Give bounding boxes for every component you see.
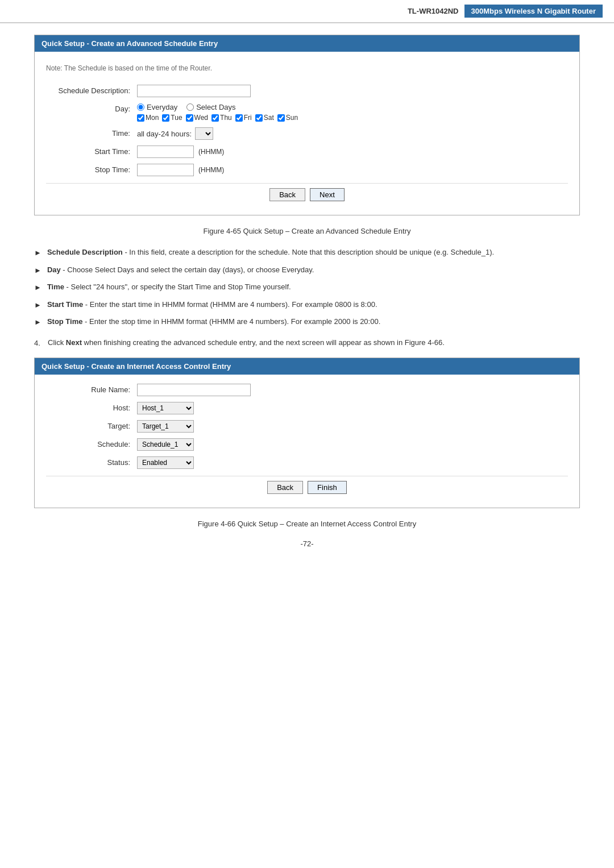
target-row: Target: Target_1 (46, 420, 568, 433)
panel1-note: Note: The Schedule is based on the time … (46, 61, 568, 76)
checkbox-mon[interactable] (137, 114, 144, 122)
schedule-description-input[interactable] (137, 85, 251, 97)
stop-time-label: Stop Time: (46, 164, 137, 174)
numbered-item-4-num: 4. (34, 338, 48, 349)
bullet-content-3: Time - Select "24 hours", or specify the… (47, 281, 580, 293)
bullet-text-4: - Enter the start time in HHMM format (H… (85, 300, 377, 309)
allday-row: all day-24 hours: ✓ (137, 127, 568, 140)
bullet-content-1: Schedule Description - In this field, cr… (47, 247, 580, 258)
numbered-text-before: Click (48, 338, 66, 347)
day-thu-label: Thu (220, 114, 232, 122)
checkbox-tue[interactable] (162, 114, 169, 122)
target-label: Target: (46, 420, 137, 430)
panel1-title: Quick Setup - Create an Advanced Schedul… (35, 35, 579, 52)
schedule-description-label: Schedule Description: (46, 85, 137, 95)
day-mon-label: Mon (146, 114, 159, 122)
start-time-input[interactable] (137, 146, 194, 158)
bullet-bold-5: Stop Time (47, 317, 83, 326)
day-sat-label: Sat (264, 114, 274, 122)
arrow-icon-2: ► (34, 265, 42, 276)
stop-hhmm-hint: (HHMM) (198, 166, 224, 174)
status-label: Status: (46, 456, 137, 467)
bullet-text-1: - In this field, create a description fo… (125, 248, 494, 256)
figure1-caption: Figure 4-65 Quick Setup – Create an Adva… (34, 227, 580, 235)
panel2-btn-row: Back Finish (46, 476, 568, 499)
panel2-finish-button[interactable]: Finish (308, 481, 347, 494)
start-time-row: Start Time: (HHMM) (46, 146, 568, 158)
bullet-text-3: - Select "24 hours", or specify the Star… (67, 283, 291, 291)
host-select[interactable]: Host_1 (137, 402, 194, 414)
target-field: Target_1 (137, 420, 568, 433)
day-label: Day: (46, 103, 137, 113)
bullet-item-day: ► Day - Choose Select Days and select th… (34, 264, 580, 276)
checkbox-wed-item: Wed (186, 114, 208, 122)
status-field: Enabled (137, 456, 568, 469)
figure2-caption: Figure 4-66 Quick Setup – Create an Inte… (34, 520, 580, 528)
page-header: TL-WR1042ND 300Mbps Wireless N Gigabit R… (0, 0, 614, 23)
panel2-back-button[interactable]: Back (267, 481, 303, 494)
day-tue-label: Tue (171, 114, 182, 122)
radio-selectdays[interactable] (186, 103, 194, 111)
day-field: Everyday Select Days Mon (137, 103, 568, 122)
day-row: Day: Everyday Select Days (46, 103, 568, 122)
panel1-body: Note: The Schedule is based on the time … (35, 52, 579, 215)
start-time-field: (HHMM) (137, 146, 568, 158)
panel2-body: Rule Name: Host: Host_1 Target: (35, 375, 579, 508)
allday-select[interactable]: ✓ (195, 127, 213, 140)
checkbox-wed[interactable] (186, 114, 193, 122)
start-time-input-row: (HHMM) (137, 146, 568, 158)
stop-time-field: (HHMM) (137, 164, 568, 176)
checkbox-fri-item: Fri (235, 114, 252, 122)
schedule-select[interactable]: Schedule_1 (137, 438, 194, 451)
header-model: TL-WR1042ND (408, 7, 459, 15)
checkbox-thu[interactable] (211, 114, 219, 122)
radio-selectdays-label[interactable]: Select Days (186, 103, 235, 111)
schedule-description-row: Schedule Description: (46, 85, 568, 97)
bullet-item-start-time: ► Start Time - Enter the start time in H… (34, 299, 580, 311)
radio-everyday[interactable] (137, 103, 144, 111)
allday-label: all day-24 hours: (137, 130, 192, 138)
host-row: Host: Host_1 (46, 402, 568, 414)
status-select[interactable]: Enabled (137, 456, 194, 469)
checkbox-thu-item: Thu (211, 114, 232, 122)
checkbox-sat-item: Sat (255, 114, 274, 122)
header-description: 300Mbps Wireless N Gigabit Router (464, 5, 603, 18)
time-row: Time: all day-24 hours: ✓ (46, 127, 568, 140)
panel1-back-button[interactable]: Back (269, 188, 305, 201)
status-row: Status: Enabled (46, 456, 568, 469)
bullet-item-stop-time: ► Stop Time - Enter the stop time in HHM… (34, 316, 580, 328)
bullet-content-5: Stop Time - Enter the stop time in HHMM … (47, 316, 580, 327)
radio-everyday-label[interactable]: Everyday (137, 103, 177, 111)
numbered-text-after: when finishing creating the advanced sch… (84, 338, 445, 347)
checkbox-tue-item: Tue (162, 114, 182, 122)
checkbox-fri[interactable] (235, 114, 243, 122)
bullet-bold-1: Schedule Description (47, 248, 123, 256)
panel1-next-button[interactable]: Next (310, 188, 345, 201)
start-time-label: Start Time: (46, 146, 137, 156)
bullet-content-2: Day - Choose Select Days and select the … (47, 264, 580, 276)
numbered-item-4: 4. Click Next when finishing creating th… (34, 337, 580, 349)
checkbox-sat[interactable] (255, 114, 263, 122)
arrow-icon-4: ► (34, 300, 42, 311)
panel-internet-access: Quick Setup - Create an Internet Access … (34, 358, 580, 508)
stop-time-input-row: (HHMM) (137, 164, 568, 176)
checkbox-sun-item: Sun (277, 114, 298, 122)
bullet-bold-3: Time (47, 283, 64, 291)
day-radio-group: Everyday Select Days (137, 103, 568, 111)
day-sun-label: Sun (286, 114, 298, 122)
bullet-item-time: ► Time - Select "24 hours", or specify t… (34, 281, 580, 293)
bullet-bold-4: Start Time (47, 300, 83, 309)
target-select[interactable]: Target_1 (137, 420, 194, 433)
arrow-icon-5: ► (34, 317, 42, 328)
bullet-text-5: - Enter the stop time in HHMM format (HH… (85, 317, 380, 326)
checkbox-sun[interactable] (277, 114, 285, 122)
panel-schedule-entry: Quick Setup - Create an Advanced Schedul… (34, 35, 580, 215)
main-content: Quick Setup - Create an Advanced Schedul… (0, 23, 614, 559)
stop-time-input[interactable] (137, 164, 194, 176)
schedule-row: Schedule: Schedule_1 (46, 438, 568, 451)
rule-name-input[interactable] (137, 384, 251, 396)
schedule-label: Schedule: (46, 438, 137, 448)
time-field: all day-24 hours: ✓ (137, 127, 568, 140)
page-number: -72- (34, 539, 580, 548)
arrow-icon-1: ► (34, 247, 42, 259)
